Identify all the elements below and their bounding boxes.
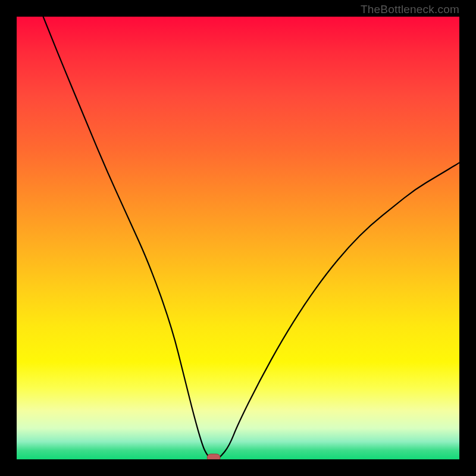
bottleneck-curve [17, 17, 459, 459]
watermark-label: TheBottleneck.com [361, 3, 459, 16]
plot-area [17, 17, 459, 459]
chart-frame: TheBottleneck.com [0, 0, 476, 476]
optimum-marker [207, 454, 220, 459]
